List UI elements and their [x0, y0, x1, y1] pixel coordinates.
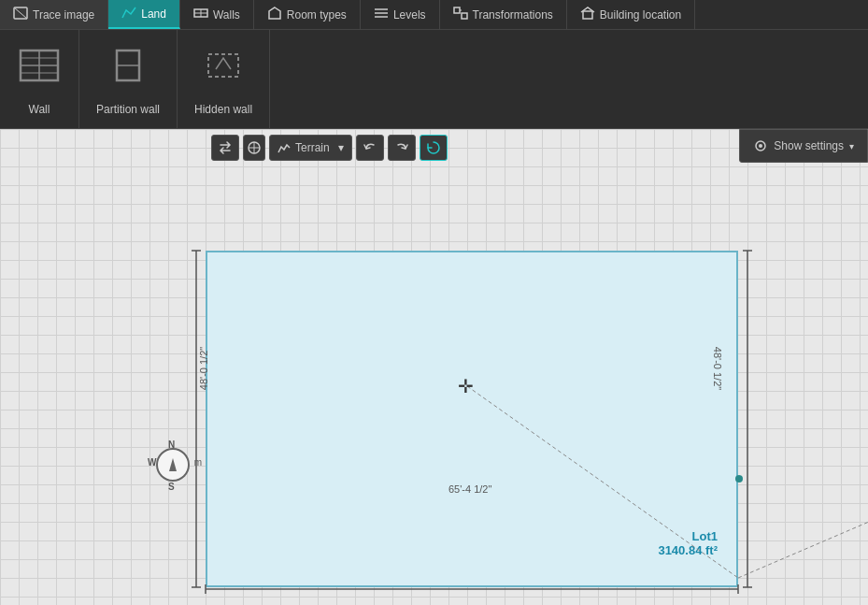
tool-partition-wall-label: Partition wall [96, 103, 160, 116]
canvas-toolbar: Terrain ▾ [206, 129, 453, 166]
svg-rect-9 [462, 13, 467, 19]
move-cursor: ✛ [458, 375, 474, 397]
tool-wall[interactable]: Wall [0, 30, 79, 128]
compass-m: m [194, 457, 202, 468]
undo-button[interactable] [356, 135, 384, 161]
land-icon [121, 6, 136, 22]
nav-item-transformations[interactable]: Transformations [440, 0, 567, 29]
terrain-dropdown[interactable]: Terrain ▾ [269, 135, 352, 161]
show-settings-arrow: ▾ [849, 141, 854, 151]
elevation-icon [243, 135, 265, 161]
hidden-wall-icon [201, 43, 246, 95]
terrain-label: Terrain [295, 141, 330, 154]
compass-circle [156, 448, 190, 482]
nav-item-building-location[interactable]: Building location [567, 0, 695, 29]
levels-icon [374, 7, 389, 22]
compass: N W m S [149, 441, 196, 488]
tool-hidden-wall[interactable]: Hidden wall [178, 30, 270, 128]
transformations-icon [453, 7, 468, 22]
canvas-container: Terrain ▾ Show settings ▾ Lot1 3140.84 f… [0, 129, 868, 605]
redo-button[interactable] [388, 135, 416, 161]
lot-area: Lot1 3140.84 ft² [206, 251, 738, 587]
building-location-icon [580, 7, 595, 22]
refresh-button[interactable] [420, 135, 448, 161]
dimension-label-vertical-right: 48'-0 1/2" [712, 347, 723, 390]
nav-item-room-types-label: Room types [287, 8, 347, 22]
show-settings-button[interactable]: Show settings ▾ [739, 129, 868, 163]
walls-icon [193, 7, 208, 22]
nav-item-building-location-label: Building location [600, 8, 681, 22]
dimension-label-horizontal: 65'-4 1/2" [448, 483, 491, 495]
svg-line-1 [14, 7, 27, 19]
nav-item-room-types[interactable]: Room types [254, 0, 361, 29]
lot-label: Lot1 3140.84 ft² [658, 529, 718, 557]
dimension-label-vertical-left: 48'-0 1/2" [198, 347, 209, 390]
tool-partition-wall[interactable]: Partition wall [79, 30, 178, 128]
nav-item-land-label: Land [141, 7, 166, 21]
compass-west: W [148, 457, 156, 468]
nav-item-walls[interactable]: Walls [180, 0, 254, 29]
tool-wall-label: Wall [29, 103, 50, 116]
nav-item-land[interactable]: Land [108, 0, 180, 29]
svg-rect-11 [583, 11, 592, 19]
room-types-icon [267, 7, 282, 22]
nav-item-trace-image-label: Trace image [33, 8, 94, 22]
tool-bar: Wall Partition wall Hidden wall [0, 30, 868, 129]
compass-south: S [168, 482, 175, 492]
compass-arrow [169, 458, 177, 471]
lot-corner-dot [735, 475, 743, 483]
nav-item-transformations-label: Transformations [473, 8, 553, 22]
svg-point-24 [759, 144, 762, 148]
nav-item-levels-label: Levels [393, 8, 426, 22]
svg-rect-8 [454, 7, 460, 13]
terrain-dropdown-arrow: ▾ [338, 141, 344, 154]
tool-hidden-wall-label: Hidden wall [194, 103, 252, 116]
show-settings-label: Show settings [774, 139, 844, 152]
nav-bar: Trace image Land Walls Room types Levels… [0, 0, 868, 30]
trace-image-icon [13, 7, 28, 22]
nav-item-walls-label: Walls [213, 8, 240, 22]
nav-item-levels[interactable]: Levels [361, 0, 440, 29]
swap-button[interactable] [211, 135, 239, 161]
lot-area-value: 3140.84 ft² [658, 543, 718, 557]
wall-icon [17, 43, 62, 95]
partition-wall-icon [106, 43, 150, 95]
nav-item-trace-image[interactable]: Trace image [0, 0, 108, 29]
lot-name: Lot1 [658, 529, 718, 543]
